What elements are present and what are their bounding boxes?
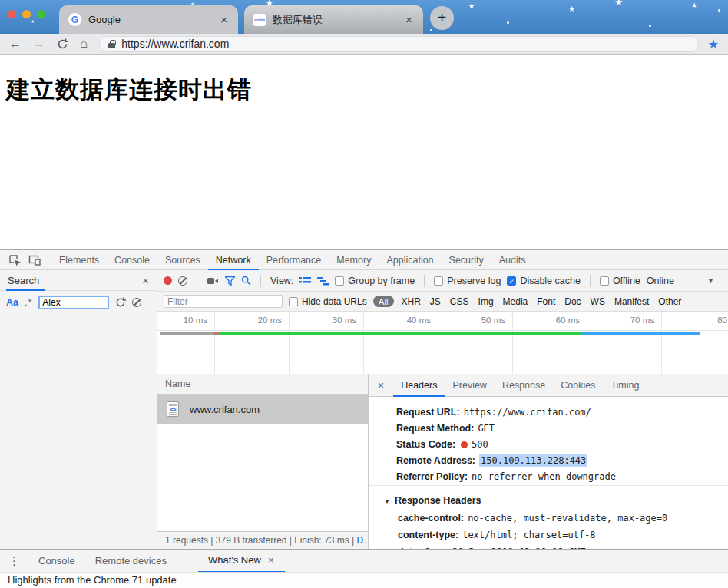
details-tab-headers[interactable]: Headers <box>393 374 445 397</box>
google-favicon-icon: G <box>68 13 81 26</box>
forward-icon[interactable]: → <box>33 38 45 50</box>
drawer-menu-icon[interactable]: ⋮ <box>0 554 28 568</box>
bookmark-star-icon[interactable]: ★ <box>708 37 719 51</box>
filter-type-other[interactable]: Other <box>658 296 681 307</box>
drawer-tab-console[interactable]: Console <box>28 550 85 573</box>
filter-type-js[interactable]: JS <box>430 296 441 307</box>
record-icon[interactable] <box>164 276 172 285</box>
filter-type-manifest[interactable]: Manifest <box>614 296 649 307</box>
tab-network[interactable]: Network <box>208 250 259 270</box>
filter-input[interactable] <box>164 295 283 308</box>
tab-sources[interactable]: Sources <box>157 250 208 270</box>
tab-close-icon[interactable]: × <box>219 14 229 25</box>
checkbox-unchecked-icon[interactable] <box>289 297 298 306</box>
checkbox-checked-icon[interactable]: ✓ <box>507 276 516 286</box>
header-value: no-cache, must-revalidate, max-age=0 <box>468 513 667 524</box>
capture-screenshots-icon[interactable] <box>207 276 219 286</box>
star-decoration <box>614 0 624 8</box>
filter-funnel-icon[interactable] <box>225 276 235 286</box>
overview-bar-green <box>220 332 581 335</box>
regex-toggle[interactable]: .* <box>25 297 32 308</box>
filter-type-xhr[interactable]: XHR <box>402 296 421 307</box>
tab-close-icon[interactable]: × <box>266 554 276 566</box>
document-icon: <> <box>167 401 179 417</box>
inspect-element-icon[interactable] <box>5 250 25 270</box>
details-tab-response[interactable]: Response <box>495 374 553 397</box>
overview-bar-blue <box>581 332 700 335</box>
search-input[interactable] <box>38 296 109 309</box>
tab-memory[interactable]: Memory <box>329 250 379 270</box>
filter-type-doc[interactable]: Doc <box>564 296 581 307</box>
tab-close-icon[interactable]: × <box>404 14 414 25</box>
checkbox-unchecked-icon[interactable] <box>335 276 344 286</box>
home-icon[interactable]: ⌂ <box>80 38 88 50</box>
tab-security[interactable]: Security <box>442 250 491 270</box>
gridline <box>214 312 215 374</box>
reload-icon[interactable] <box>57 38 68 50</box>
star-decoration <box>31 18 35 24</box>
filter-type-all[interactable]: All <box>373 296 394 307</box>
tab-performance[interactable]: Performance <box>259 250 329 270</box>
window-close-button[interactable] <box>8 10 16 18</box>
name-column-header[interactable]: Name <box>157 374 368 395</box>
filter-type-font[interactable]: Font <box>537 296 555 307</box>
star-decoration <box>718 9 720 12</box>
url-field[interactable]: https://www.crifan.com <box>99 36 698 52</box>
hide-data-urls-checkbox[interactable]: Hide data URLs <box>289 296 367 307</box>
filter-type-css[interactable]: CSS <box>450 296 469 307</box>
url-text[interactable]: https://www.crifan.com <box>121 38 229 50</box>
response-headers-section[interactable]: ▼Response Headers <box>369 492 728 509</box>
clear-icon[interactable] <box>178 276 187 286</box>
tab-console[interactable]: Console <box>107 250 157 270</box>
star-decoration <box>691 2 697 9</box>
search-clear-icon[interactable] <box>132 298 141 307</box>
header-row-status-code: Status Code:500 <box>369 435 728 451</box>
back-icon[interactable]: ← <box>9 38 22 50</box>
match-case-toggle[interactable]: Aa <box>6 297 18 308</box>
new-tab-button[interactable]: + <box>430 6 454 30</box>
checkbox-unchecked-icon[interactable] <box>434 276 443 286</box>
timeline-overview[interactable]: 10 ms 20 ms 30 ms 40 ms 50 ms 60 ms 70 m… <box>157 312 728 374</box>
checkbox-unchecked-icon[interactable] <box>600 276 609 286</box>
whats-new-headline[interactable]: Highlights from the Chrome 71 update <box>8 574 177 586</box>
details-tab-preview[interactable]: Preview <box>445 374 494 397</box>
browser-tab-google[interactable]: G Google × <box>59 5 238 34</box>
tab-application[interactable]: Application <box>379 250 441 270</box>
hide-data-urls-label: Hide data URLs <box>302 296 367 307</box>
details-close-icon[interactable]: × <box>378 379 384 391</box>
disable-cache-label: Disable cache <box>520 276 581 286</box>
gridline <box>661 312 662 374</box>
header-value: text/html; charset=utf-8 <box>462 530 595 540</box>
window-zoom-button[interactable] <box>37 10 45 18</box>
disable-cache-checkbox[interactable]: ✓ Disable cache <box>507 276 581 286</box>
timeline-tick: 80 <box>717 315 727 325</box>
search-magnifier-icon[interactable] <box>241 276 251 286</box>
request-row[interactable]: <> www.crifan.com <box>157 395 368 424</box>
lock-icon[interactable] <box>108 43 115 48</box>
details-tab-cookies[interactable]: Cookies <box>553 374 603 397</box>
details-tab-timing[interactable]: Timing <box>603 374 647 397</box>
device-toolbar-icon[interactable] <box>25 250 45 270</box>
filter-type-ws[interactable]: WS <box>591 296 605 307</box>
large-rows-icon[interactable] <box>299 276 311 286</box>
drawer-tab-remote-devices[interactable]: Remote devices <box>85 550 177 573</box>
search-panel: Search × Aa .* <box>0 270 157 549</box>
filter-type-img[interactable]: Img <box>478 296 494 307</box>
tab-audits[interactable]: Audits <box>491 250 534 270</box>
search-refresh-icon[interactable] <box>115 297 126 308</box>
chevron-down-icon[interactable]: ▼ <box>707 277 714 285</box>
waterfall-overview-icon[interactable] <box>317 276 329 286</box>
offline-checkbox[interactable]: Offline <box>600 276 640 286</box>
browser-tab-crifan[interactable]: crifan 数据库错误 × <box>244 5 423 34</box>
request-details-panel: × Headers Preview Response Cookies Timin… <box>369 374 728 549</box>
preserve-log-checkbox[interactable]: Preserve log <box>434 276 501 286</box>
window-minimize-button[interactable] <box>22 10 31 18</box>
drawer-tab-whats-new[interactable]: What's New × <box>198 550 286 573</box>
search-close-icon[interactable]: × <box>142 274 149 287</box>
throttling-select[interactable]: Online <box>647 276 674 286</box>
collapse-triangle-icon[interactable]: ▼ <box>384 498 390 505</box>
group-by-frame-checkbox[interactable]: Group by frame <box>335 276 415 286</box>
code-glyph: <> <box>170 406 175 413</box>
tab-elements[interactable]: Elements <box>51 250 107 270</box>
filter-type-media[interactable]: Media <box>503 296 528 307</box>
